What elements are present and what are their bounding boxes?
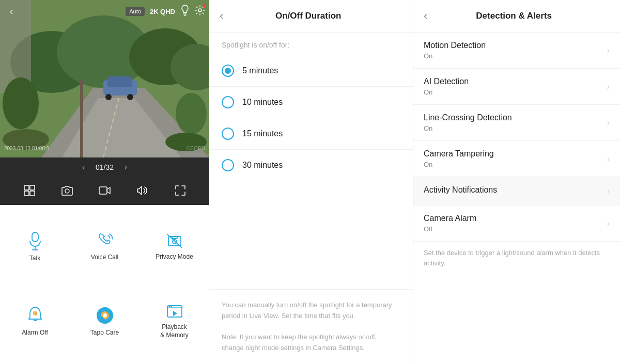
action-tapo-care[interactable]: Tapo Care	[70, 284, 140, 359]
svg-rect-19	[24, 185, 29, 190]
quick-actions-grid: Talk Voice Call Privacy Mode	[0, 205, 209, 364]
detection-item-motion[interactable]: Motion Detection On ›	[413, 33, 620, 69]
duration-options-list: 5 minutes 10 minutes 15 minutes 30 minut…	[209, 55, 413, 289]
radio-inner-5min	[225, 68, 231, 74]
snapshot-button[interactable]	[58, 181, 76, 200]
duration-title: On/Off Duration	[228, 11, 388, 21]
ai-detection-chevron: ›	[607, 82, 610, 91]
camera-scene-svg	[0, 0, 209, 157]
action-alarm-off[interactable]: ! Alarm Off	[0, 284, 70, 359]
right-panel-header: ‹ Detection & Alerts	[413, 0, 620, 33]
detection-item-activity-content: Activity Notifications	[424, 185, 607, 197]
fullscreen-button[interactable]	[171, 181, 190, 200]
notification-dot	[203, 4, 206, 8]
radio-10min[interactable]	[222, 96, 234, 108]
svg-point-35	[103, 313, 107, 318]
settings-icon[interactable]	[195, 5, 205, 18]
duration-label-10min: 10 minutes	[242, 98, 283, 107]
detection-item-tampering-content: Camera Tampering On	[424, 149, 607, 168]
tampering-chevron: ›	[607, 154, 610, 164]
frame-counter: 01/32	[89, 163, 120, 171]
action-privacy-mode[interactable]: Privacy Mode	[140, 210, 209, 284]
auto-badge: Auto	[126, 7, 145, 16]
audio-button[interactable]	[133, 181, 152, 200]
detection-back-button[interactable]: ‹	[424, 9, 427, 23]
voice-call-icon	[97, 233, 113, 249]
detection-item-tampering[interactable]: Camera Tampering On ›	[413, 141, 620, 177]
tapo-care-label: Tapo Care	[90, 329, 119, 337]
svg-point-38	[171, 306, 172, 308]
svg-rect-13	[80, 80, 83, 157]
detection-item-alarm-content: Camera Alarm Off	[424, 214, 607, 233]
action-voice-call[interactable]: Voice Call	[70, 210, 140, 284]
duration-label-30min: 30 minutes	[242, 161, 283, 170]
talk-icon	[27, 232, 43, 250]
middle-panel: ‹ On/Off Duration Spotlight is on/off fo…	[209, 0, 413, 364]
duration-note-text2: Note: If you want to keep the spotlight …	[222, 332, 400, 354]
svg-rect-21	[24, 191, 29, 196]
svg-rect-25	[32, 232, 38, 242]
svg-point-23	[65, 189, 69, 193]
privacy-mode-label: Privacy Mode	[156, 253, 193, 261]
middle-panel-header: ‹ On/Off Duration	[209, 0, 413, 33]
playback-memory-label: Playback& Memory	[160, 323, 189, 339]
camera-alarm-chevron: ›	[607, 219, 610, 228]
svg-point-14	[3, 77, 39, 129]
duration-option-30min[interactable]: 30 minutes	[209, 150, 413, 181]
detection-alarm-status: Off	[424, 225, 607, 233]
detection-item-alarm[interactable]: Camera Alarm Off ›	[413, 205, 620, 242]
detection-motion-status: On	[424, 52, 607, 60]
camera-back-button[interactable]: ‹	[4, 4, 19, 19]
radio-15min[interactable]	[222, 128, 234, 140]
duration-option-5min[interactable]: 5 minutes	[209, 55, 413, 87]
duration-label-15min: 15 minutes	[242, 129, 283, 138]
record-button[interactable]	[96, 181, 114, 200]
svg-point-15	[176, 93, 207, 134]
detection-line-crossing-title: Line-Crossing Detection	[424, 113, 607, 122]
svg-point-37	[168, 306, 170, 308]
detection-item-line-crossing[interactable]: Line-Crossing Detection On ›	[413, 105, 620, 141]
quality-badge: 2K QHD	[150, 8, 175, 15]
lightbulb-icon[interactable]	[180, 5, 190, 19]
detection-tampering-status: On	[424, 161, 607, 168]
svg-rect-9	[107, 76, 132, 87]
svg-rect-24	[99, 187, 107, 194]
duration-back-button[interactable]: ‹	[220, 9, 223, 23]
right-panel: ‹ Detection & Alerts Motion Detection On…	[413, 0, 620, 364]
alarm-off-label: Alarm Off	[22, 329, 48, 337]
svg-rect-29	[172, 236, 177, 239]
detection-item-line-crossing-content: Line-Crossing Detection On	[424, 113, 607, 132]
camera-copyright: ©COPD	[187, 146, 205, 151]
duration-option-15min[interactable]: 15 minutes	[209, 118, 413, 150]
svg-point-11	[127, 94, 133, 100]
camera-scene	[0, 0, 209, 157]
detection-item-ai[interactable]: AI Detection On ›	[413, 69, 620, 105]
duration-option-10min[interactable]: 10 minutes	[209, 87, 413, 118]
prev-frame-button[interactable]: ‹	[82, 163, 85, 172]
spotlight-subtitle: Spotlight is on/off for:	[209, 33, 413, 55]
duration-note: You can manually turn on/off the spotlig…	[209, 289, 413, 364]
action-playback-memory[interactable]: Playback& Memory	[140, 284, 209, 359]
detection-line-crossing-status: On	[424, 124, 607, 132]
svg-point-10	[105, 94, 112, 100]
detection-activity-title: Activity Notifications	[424, 185, 607, 195]
svg-point-18	[198, 9, 202, 12]
detection-tampering-title: Camera Tampering	[424, 149, 607, 159]
radio-30min[interactable]	[222, 159, 234, 171]
next-frame-button[interactable]: ›	[125, 163, 127, 172]
detection-title: Detection & Alerts	[432, 11, 595, 21]
camera-alarm-note: Set the device to trigger a light/sound …	[413, 242, 620, 276]
detection-list: Motion Detection On › AI Detection On › …	[413, 33, 620, 364]
detection-item-motion-content: Motion Detection On	[424, 41, 607, 60]
svg-text:!: !	[34, 311, 36, 316]
radio-5min[interactable]	[222, 65, 234, 77]
tapo-care-icon	[96, 306, 114, 325]
grid-view-button[interactable]	[20, 181, 39, 200]
camera-controls: Auto 2K QHD	[126, 5, 205, 19]
detection-ai-status: On	[424, 88, 607, 96]
detection-ai-title: AI Detection	[424, 77, 607, 86]
action-talk[interactable]: Talk	[0, 210, 70, 284]
detection-item-activity[interactable]: Activity Notifications ›	[413, 177, 620, 205]
motion-detection-chevron: ›	[607, 46, 610, 55]
detection-motion-title: Motion Detection	[424, 41, 607, 50]
